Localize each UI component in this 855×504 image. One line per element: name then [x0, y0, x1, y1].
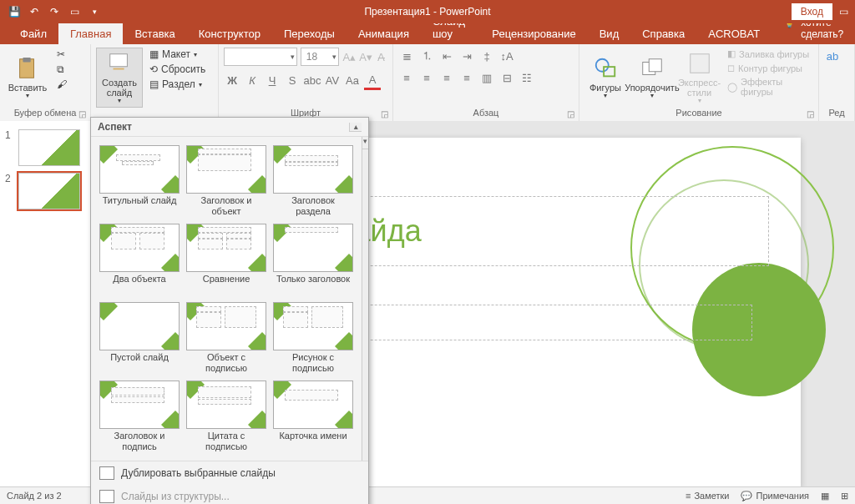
layout-option-4[interactable]: Сравнение: [185, 222, 268, 297]
layout-label: Пустой слайд: [110, 352, 169, 374]
numbering-button[interactable]: ⒈: [418, 48, 435, 64]
layout-thumb: [273, 302, 353, 350]
shapes-button[interactable]: Фигуры▾: [584, 48, 626, 108]
layout-option-9[interactable]: Заголовок и подпись: [98, 379, 181, 454]
cut-button[interactable]: ✂: [53, 48, 70, 61]
bold-button[interactable]: Ж: [224, 73, 240, 89]
cut-icon: ✂: [57, 48, 65, 60]
italic-button[interactable]: К: [244, 73, 261, 89]
svg-rect-7: [649, 58, 661, 71]
underline-button[interactable]: Ч: [264, 73, 281, 89]
thumbnail-2[interactable]: 2: [0, 169, 90, 213]
layout-thumb: [99, 145, 180, 194]
gallery-scroll-down-icon[interactable]: ▾: [362, 137, 368, 149]
tab-help[interactable]: Справка: [630, 23, 696, 44]
reset-button[interactable]: ⟲Сбросить: [146, 63, 209, 76]
gallery-scroll-up-icon[interactable]: ▴: [350, 123, 362, 132]
paste-button[interactable]: Вставить ▾: [5, 48, 50, 108]
tab-insert[interactable]: Вставка: [123, 23, 186, 44]
thumbnail-1-preview: [18, 129, 80, 166]
case-button[interactable]: Aa: [344, 73, 361, 89]
decrease-font-icon[interactable]: A▾: [359, 48, 372, 65]
qat-customize-icon[interactable]: ▾: [85, 3, 104, 21]
gallery-scrollbar[interactable]: ▾: [362, 137, 368, 461]
justify-button[interactable]: ≡: [458, 69, 475, 86]
align-text-button[interactable]: ⊟: [498, 69, 515, 86]
status-slide-count[interactable]: Слайд 2 из 2: [7, 491, 62, 501]
tab-acrobat[interactable]: ACROBAT: [696, 23, 772, 44]
login-button[interactable]: Вход: [792, 3, 832, 20]
increase-font-icon[interactable]: A▴: [342, 48, 356, 65]
save-icon[interactable]: 💾: [5, 3, 23, 21]
increase-indent-button[interactable]: ⇥: [458, 48, 475, 64]
layout-option-3[interactable]: Два объекта: [98, 222, 181, 297]
layout-option-6[interactable]: Пустой слайд: [98, 300, 181, 375]
font-size-combo[interactable]: 18▾: [301, 48, 340, 66]
shape-outline-button[interactable]: ◻Контур фигуры: [724, 62, 813, 74]
layout-option-2[interactable]: Заголовок раздела: [271, 144, 355, 219]
tab-review[interactable]: Рецензирование: [480, 23, 587, 44]
tab-view[interactable]: Вид: [588, 23, 631, 44]
layout-thumb: [273, 381, 353, 429]
layout-thumb: [186, 302, 266, 350]
undo-icon[interactable]: ↶: [25, 3, 43, 21]
text-direction-button[interactable]: ↕A: [498, 48, 515, 64]
font-launcher-icon[interactable]: ◲: [381, 109, 391, 119]
sorter-view-icon[interactable]: ⊞: [841, 491, 848, 501]
new-slide-label: Создать слайд: [97, 78, 142, 98]
notes-button[interactable]: ≡Заметки: [686, 491, 730, 501]
arrange-button[interactable]: Упорядочить▾: [630, 48, 675, 108]
layout-option-10[interactable]: Цитата с подписью: [185, 379, 268, 454]
ribbon-options-icon[interactable]: ▭: [839, 6, 848, 18]
layout-option-11[interactable]: Карточка имени: [271, 379, 355, 454]
layout-label: Заголовок и подпись: [99, 431, 180, 452]
tab-animations[interactable]: Анимация: [347, 23, 421, 44]
tab-transitions[interactable]: Переходы: [272, 23, 347, 44]
replace-button[interactable]: ab: [824, 48, 841, 64]
paragraph-launcher-icon[interactable]: ◲: [567, 109, 577, 119]
svg-rect-8: [690, 53, 709, 73]
redo-icon[interactable]: ↷: [45, 3, 63, 21]
font-color-button[interactable]: A: [364, 71, 381, 90]
normal-view-icon[interactable]: ▦: [821, 491, 829, 501]
drawing-launcher-icon[interactable]: ◲: [807, 109, 817, 119]
comments-button[interactable]: 💬Примечания: [741, 491, 809, 501]
new-slide-button[interactable]: Создать слайд ▾: [96, 48, 143, 108]
clipboard-launcher-icon[interactable]: ◲: [78, 109, 89, 119]
bullets-button[interactable]: ≣: [398, 48, 415, 64]
layout-option-5[interactable]: Только заголовок: [271, 222, 355, 297]
section-button[interactable]: ▤Раздел▾: [146, 78, 209, 91]
tab-file[interactable]: Файл: [8, 23, 58, 44]
layout-button[interactable]: ▦Макет▾: [146, 48, 209, 61]
layout-option-8[interactable]: Рисунок с подписью: [271, 300, 355, 375]
layout-option-0[interactable]: Титульный слайд: [98, 144, 181, 219]
strike-button[interactable]: abc: [304, 73, 321, 89]
layout-option-1[interactable]: Заголовок и объект: [185, 144, 268, 219]
align-left-button[interactable]: ≡: [398, 69, 415, 86]
thumbnail-1[interactable]: 1: [0, 126, 90, 169]
line-spacing-button[interactable]: ‡: [478, 48, 495, 64]
shape-effects-button[interactable]: ◯Эффекты фигуры: [724, 76, 813, 98]
clear-format-icon[interactable]: A̶: [376, 48, 387, 65]
comments-icon: 💬: [741, 491, 752, 501]
shape-fill-button[interactable]: ◧Заливка фигуры: [724, 48, 813, 60]
decrease-indent-button[interactable]: ⇤: [438, 48, 455, 64]
align-right-button[interactable]: ≡: [438, 69, 455, 86]
slides-from-outline-item[interactable]: Слайды из структуры...: [91, 485, 368, 504]
spacing-button[interactable]: AV: [324, 73, 341, 89]
tab-design[interactable]: Конструктор: [187, 23, 272, 44]
layout-option-7[interactable]: Объект с подписью: [185, 300, 268, 375]
tab-home[interactable]: Главная: [58, 23, 123, 44]
shadow-button[interactable]: S: [284, 73, 301, 89]
align-center-button[interactable]: ≡: [418, 69, 435, 86]
start-slideshow-icon[interactable]: ▭: [65, 3, 83, 21]
format-painter-button[interactable]: 🖌: [53, 78, 70, 91]
duplicate-slides-item[interactable]: Дублировать выбранные слайды: [91, 461, 368, 485]
smartart-button[interactable]: ☷: [519, 69, 535, 86]
font-family-combo[interactable]: ▾: [224, 48, 297, 66]
quick-styles-button[interactable]: Экспресс-стили▾: [678, 48, 721, 108]
columns-button[interactable]: ▥: [478, 69, 495, 86]
group-font: ▾ 18▾ A▴ A▾ A̶ Ж К Ч S abc AV Aa A Шрифт…: [219, 44, 393, 121]
copy-button[interactable]: ⧉: [53, 63, 70, 76]
layout-icon: ▦: [149, 48, 159, 60]
